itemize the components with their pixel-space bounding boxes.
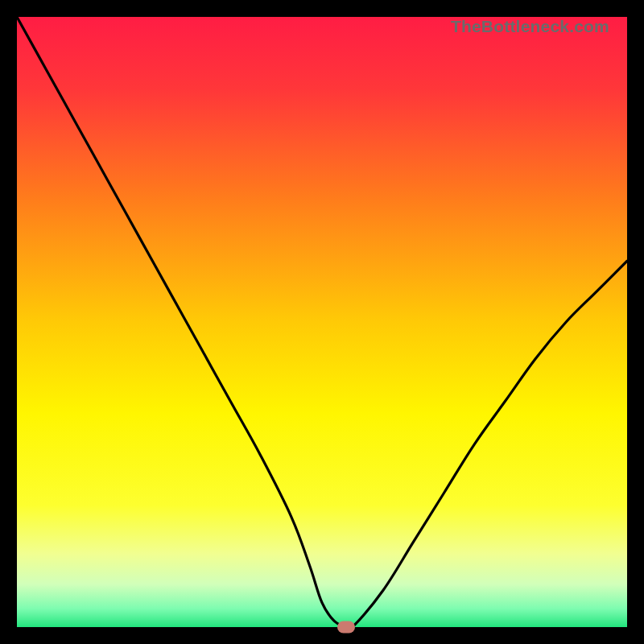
chart-frame: TheBottleneck.com: [17, 17, 627, 627]
chart-background: [17, 17, 627, 627]
bottleneck-chart: [17, 17, 627, 627]
optimal-point-marker: [337, 621, 355, 634]
watermark-text: TheBottleneck.com: [451, 17, 609, 36]
